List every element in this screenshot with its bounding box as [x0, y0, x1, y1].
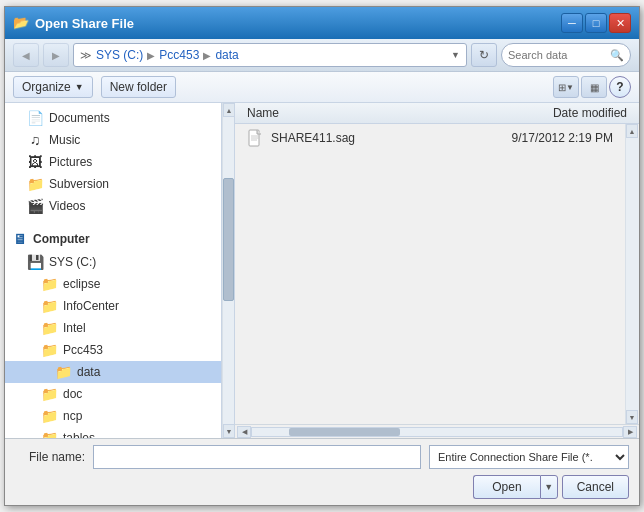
main-scroll-track: [626, 138, 639, 410]
forward-button[interactable]: ▶: [43, 43, 69, 67]
h-scroll-right[interactable]: ▶: [623, 426, 637, 438]
file-list: SHARE411.sag 9/17/2012 2:19 PM: [235, 124, 625, 424]
sidebar-item-videos[interactable]: 🎬 Videos: [5, 195, 221, 217]
open-file-dialog: 📂 Open Share File ─ □ ✕ ◀ ▶ ≫ SYS (C:) ▶…: [4, 6, 640, 506]
cancel-button[interactable]: Cancel: [562, 475, 629, 499]
minimize-button[interactable]: ─: [561, 13, 583, 33]
ncp-icon: 📁: [41, 408, 57, 424]
breadcrumb-icon: ≫: [80, 49, 92, 62]
search-icon: 🔍: [610, 49, 624, 62]
sidebar-label-ncp: ncp: [63, 409, 82, 423]
breadcrumb-sep2: ▶: [203, 50, 211, 61]
view-chevron-icon: ▼: [566, 83, 574, 92]
sidebar-item-intel[interactable]: 📁 Intel: [5, 317, 221, 339]
maximize-button[interactable]: □: [585, 13, 607, 33]
organize-label: Organize: [22, 80, 71, 94]
search-bar[interactable]: 🔍: [501, 43, 631, 67]
h-scroll-left[interactable]: ◀: [237, 426, 251, 438]
sidebar-item-data[interactable]: 📁 data: [5, 361, 221, 383]
main-pane-wrapper: Name Date modified: [235, 103, 639, 438]
view-icon: ⊞: [558, 82, 566, 93]
horizontal-scrollbar[interactable]: ◀ ▶: [235, 424, 639, 438]
refresh-icon: ↻: [479, 48, 489, 62]
organize-chevron-icon: ▼: [75, 82, 84, 92]
sidebar-label-data: data: [77, 365, 100, 379]
breadcrumb-dropdown-icon[interactable]: ▼: [451, 50, 460, 60]
buttons-row: Open ▼ Cancel: [15, 475, 629, 499]
cancel-label: Cancel: [577, 480, 614, 494]
computer-label: Computer: [33, 232, 90, 246]
close-button[interactable]: ✕: [609, 13, 631, 33]
help-button[interactable]: ?: [609, 76, 631, 98]
sidebar-label-intel: Intel: [63, 321, 86, 335]
action-bar: Organize ▼ New folder ⊞ ▼ ▦ ?: [5, 72, 639, 103]
breadcrumb-bar[interactable]: ≫ SYS (C:) ▶ Pcc453 ▶ data ▼: [73, 43, 467, 67]
preview-pane-button[interactable]: ▦: [581, 76, 607, 98]
title-bar-left: 📂 Open Share File: [13, 15, 134, 31]
main-pane-scrollbar[interactable]: ▲ ▼: [625, 124, 639, 424]
sidebar-item-eclipse[interactable]: 📁 eclipse: [5, 273, 221, 295]
documents-icon: 📄: [27, 110, 43, 126]
title-controls: ─ □ ✕: [561, 13, 631, 33]
view-toggle-button[interactable]: ⊞ ▼: [553, 76, 579, 98]
sidebar-label-infocenter: InfoCenter: [63, 299, 119, 313]
sidebar-label-eclipse: eclipse: [63, 277, 100, 291]
sidebar-item-ncp[interactable]: 📁 ncp: [5, 405, 221, 427]
sidebar-label-videos: Videos: [49, 199, 85, 213]
back-icon: ◀: [22, 50, 30, 61]
help-icon: ?: [616, 80, 623, 94]
sidebar-item-pcc453[interactable]: 📁 Pcc453: [5, 339, 221, 361]
new-folder-label: New folder: [110, 80, 167, 94]
col-name-header: Name: [247, 106, 467, 120]
infocenter-icon: 📁: [41, 298, 57, 314]
sidebar-scroll-up[interactable]: ▲: [223, 103, 235, 117]
back-button[interactable]: ◀: [13, 43, 39, 67]
main-scroll-up[interactable]: ▲: [626, 124, 638, 138]
sidebar-scroll-track: [223, 117, 234, 424]
sidebar-scrollbar[interactable]: ▲ ▼: [222, 103, 234, 438]
sidebar-item-pictures[interactable]: 🖼 Pictures: [5, 151, 221, 173]
sidebar-item-documents[interactable]: 📄 Documents: [5, 107, 221, 129]
open-button[interactable]: Open: [473, 475, 539, 499]
sidebar-item-subversion[interactable]: 📁 Subversion: [5, 173, 221, 195]
filetype-select[interactable]: Entire Connection Share File (*.: [429, 445, 629, 469]
computer-icon: 🖥: [13, 231, 27, 247]
refresh-button[interactable]: ↻: [471, 43, 497, 67]
h-scroll-thumb[interactable]: [289, 428, 400, 436]
search-input[interactable]: [508, 49, 610, 61]
open-dropdown-button[interactable]: ▼: [540, 475, 558, 499]
sidebar-item-music[interactable]: ♫ Music: [5, 129, 221, 151]
filename-input[interactable]: [93, 445, 421, 469]
sidebar-item-tables[interactable]: 📁 tables: [5, 427, 221, 438]
h-scroll-track: [251, 427, 623, 437]
bottom-bar: File name: Entire Connection Share File …: [5, 438, 639, 505]
file-row[interactable]: SHARE411.sag 9/17/2012 2:19 PM: [235, 126, 625, 150]
new-folder-button[interactable]: New folder: [101, 76, 176, 98]
sidebar-item-infocenter[interactable]: 📁 InfoCenter: [5, 295, 221, 317]
col-date-header: Date modified: [467, 106, 627, 120]
breadcrumb-pcc[interactable]: Pcc453: [159, 48, 199, 62]
file-icon: [247, 129, 265, 147]
sidebar-label-music: Music: [49, 133, 80, 147]
sidebar-section-computer[interactable]: 🖥 Computer: [5, 227, 221, 251]
organize-button[interactable]: Organize ▼: [13, 76, 93, 98]
sidebar: 📄 Documents ♫ Music 🖼 Pictures 📁 Subvers…: [5, 103, 222, 438]
intel-icon: 📁: [41, 320, 57, 336]
tables-icon: 📁: [41, 430, 57, 438]
music-icon: ♫: [27, 132, 43, 148]
breadcrumb-data[interactable]: data: [215, 48, 238, 62]
sidebar-scroll-down[interactable]: ▼: [223, 424, 235, 438]
sidebar-item-sys-c[interactable]: 💾 SYS (C:): [5, 251, 221, 273]
dialog-icon: 📂: [13, 15, 29, 31]
breadcrumb-sys[interactable]: SYS (C:): [96, 48, 143, 62]
breadcrumb-sep1: ▶: [147, 50, 155, 61]
main-scroll-down[interactable]: ▼: [626, 410, 638, 424]
filename-row: File name: Entire Connection Share File …: [15, 445, 629, 469]
forward-icon: ▶: [52, 50, 60, 61]
pictures-icon: 🖼: [27, 154, 43, 170]
sidebar-container: 📄 Documents ♫ Music 🖼 Pictures 📁 Subvers…: [5, 103, 235, 438]
sidebar-label-pcc453: Pcc453: [63, 343, 103, 357]
sidebar-scroll-thumb[interactable]: [223, 178, 234, 301]
doc-icon: 📁: [41, 386, 57, 402]
sidebar-item-doc[interactable]: 📁 doc: [5, 383, 221, 405]
